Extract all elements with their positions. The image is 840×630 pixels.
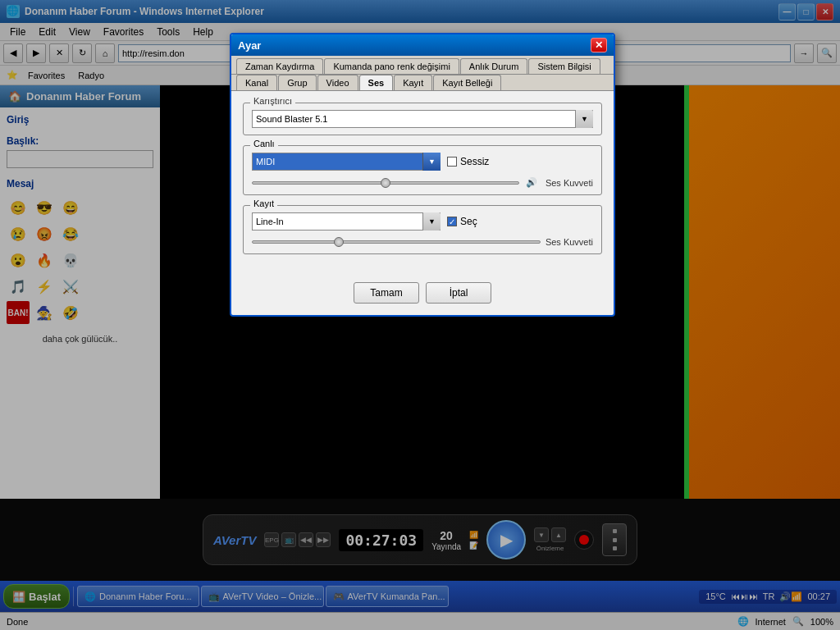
mixer-dropdown-wrapper: Sound Blaster 5.1 ▼ <box>252 110 593 128</box>
record-legend: Kayıt <box>250 199 277 208</box>
mute-checkbox-row: Sessiz <box>447 156 489 167</box>
tab-grup[interactable]: Grup <box>278 75 316 90</box>
top-tab-bar: Zaman Kaydırma Kumanda pano renk değişim… <box>231 56 614 75</box>
live-volume-track[interactable] <box>252 181 519 185</box>
record-dropdown-arrow[interactable]: ▼ <box>422 212 441 231</box>
live-dropdown-arrow[interactable]: ▼ <box>422 153 441 171</box>
live-volume-thumb[interactable] <box>381 178 390 188</box>
live-top-row: MIDI ▼ Sessiz <box>252 153 593 171</box>
cancel-button[interactable]: İptal <box>426 282 491 304</box>
live-dropdown[interactable]: MIDI <box>252 153 441 171</box>
record-top-row: Line-In ▼ ✓ Seç <box>252 212 593 231</box>
mute-label: Sessiz <box>460 156 489 167</box>
mixer-dropdown-row: Sound Blaster 5.1 ▼ <box>252 110 593 128</box>
live-volume-row: 🔊 Ses Kuvveti <box>252 177 593 188</box>
record-dropdown-wrapper: Line-In ▼ <box>252 212 441 231</box>
dialog-buttons: Tamam İptal <box>231 276 614 315</box>
tab-zaman-kaydir[interactable]: Zaman Kaydırma <box>236 58 323 74</box>
select-checkbox[interactable]: ✓ <box>447 217 457 226</box>
record-volume-track[interactable] <box>252 240 541 244</box>
select-checkbox-row: ✓ Seç <box>447 216 477 227</box>
mixer-dropdown[interactable]: Sound Blaster 5.1 <box>252 110 593 128</box>
tab-video[interactable]: Video <box>317 75 358 90</box>
live-group: Canlı MIDI ▼ Sessiz <box>243 145 602 195</box>
bottom-tab-bar: Kanal Grup Video Ses Kayıt Kayıt Belleği <box>231 75 614 91</box>
tab-anlik[interactable]: Anlık Durum <box>460 58 528 74</box>
tab-kayit[interactable]: Kayıt <box>394 75 432 90</box>
dialog-title-bar: Ayar ✕ <box>231 34 614 56</box>
dialog-content: Karıştırıcı Sound Blaster 5.1 ▼ Canlı <box>231 91 614 276</box>
record-volume-thumb[interactable] <box>334 237 344 247</box>
mute-checkbox[interactable] <box>447 157 457 167</box>
tab-kumanda[interactable]: Kumanda pano renk değişimi <box>324 58 459 74</box>
mixer-group: Karıştırıcı Sound Blaster 5.1 ▼ <box>243 103 602 135</box>
record-group: Kayıt Line-In ▼ ✓ Seç <box>243 205 602 254</box>
settings-dialog: Ayar ✕ Zaman Kaydırma Kumanda pano renk … <box>230 33 615 317</box>
record-volume-label: Ses Kuvveti <box>544 237 593 247</box>
record-dropdown[interactable]: Line-In <box>252 212 441 231</box>
browser-window: 🌐 Donanım Haber Forum - Windows Internet… <box>0 0 840 630</box>
tab-sistem[interactable]: Sistem Bilgisi <box>528 58 600 74</box>
volume-icon: 🔊 <box>526 177 537 188</box>
dialog-close-button[interactable]: ✕ <box>591 38 607 52</box>
live-dropdown-wrapper: MIDI ▼ <box>252 153 441 171</box>
tab-ses[interactable]: Ses <box>359 75 394 90</box>
record-volume-row: Ses Kuvveti <box>252 237 593 247</box>
tab-kanal[interactable]: Kanal <box>236 75 277 90</box>
mixer-dropdown-arrow[interactable]: ▼ <box>575 110 593 128</box>
live-legend: Canlı <box>250 139 278 148</box>
ok-button[interactable]: Tamam <box>354 282 419 304</box>
select-label: Seç <box>460 216 477 227</box>
mixer-legend: Karıştırıcı <box>250 96 295 106</box>
tab-kayit-bellegi[interactable]: Kayıt Belleği <box>433 75 501 90</box>
dialog-title: Ayar <box>238 39 591 52</box>
live-volume-label: Ses Kuvveti <box>544 178 593 188</box>
